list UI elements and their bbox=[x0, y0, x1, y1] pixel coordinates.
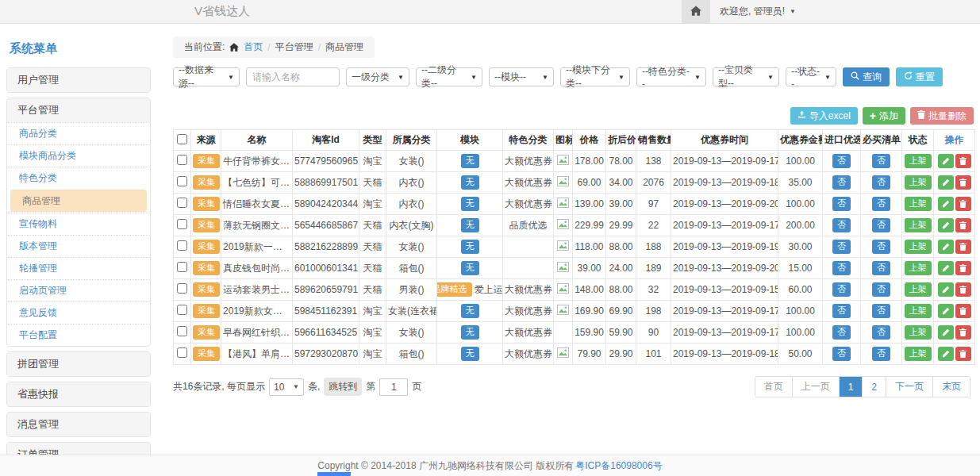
must-buy-badge[interactable]: 否 bbox=[872, 218, 890, 232]
row-checkbox[interactable] bbox=[177, 240, 187, 251]
reset-button[interactable]: 重置 bbox=[896, 67, 943, 86]
import-select-badge[interactable]: 否 bbox=[832, 154, 851, 167]
must-buy-badge[interactable]: 否 bbox=[872, 154, 890, 167]
status-select[interactable]: --状态--▼ bbox=[786, 67, 836, 86]
horizontal-scrollbar-thumb[interactable] bbox=[317, 472, 351, 476]
sidebar-item[interactable]: 意见反馈 bbox=[7, 301, 150, 324]
level2-category-select[interactable]: --二级分类--▼ bbox=[416, 67, 482, 86]
row-checkbox[interactable] bbox=[177, 283, 187, 294]
import-select-badge[interactable]: 否 bbox=[832, 325, 851, 339]
module-subcategory-select[interactable]: --模块下分类--▼ bbox=[560, 67, 630, 86]
page-button[interactable]: 下一页 bbox=[886, 377, 932, 397]
sidebar-item[interactable]: 宣传物料 bbox=[7, 213, 150, 235]
sidebar-item[interactable]: 商品分类 bbox=[7, 122, 150, 144]
must-buy-badge[interactable]: 否 bbox=[872, 261, 890, 274]
breadcrumb-home-link[interactable]: 首页 bbox=[244, 40, 263, 54]
status-badge[interactable]: 上架 bbox=[905, 282, 932, 296]
delete-button[interactable] bbox=[955, 282, 971, 297]
sidebar-group-header[interactable]: 消息管理 bbox=[7, 413, 150, 436]
row-checkbox[interactable] bbox=[177, 305, 187, 315]
status-badge[interactable]: 上架 bbox=[905, 304, 932, 317]
status-badge[interactable]: 上架 bbox=[905, 261, 932, 274]
delete-button[interactable] bbox=[955, 261, 971, 275]
delete-button[interactable] bbox=[955, 197, 971, 211]
page-button[interactable]: 2 bbox=[862, 377, 886, 397]
import-excel-button[interactable]: 导入excel bbox=[790, 107, 858, 125]
row-checkbox[interactable] bbox=[177, 176, 187, 186]
delete-button[interactable] bbox=[955, 154, 971, 168]
status-badge[interactable]: 上架 bbox=[905, 325, 932, 339]
must-buy-badge[interactable]: 否 bbox=[872, 282, 890, 296]
status-badge[interactable]: 上架 bbox=[905, 240, 932, 253]
edit-button[interactable] bbox=[938, 218, 954, 232]
must-buy-badge[interactable]: 否 bbox=[872, 197, 890, 210]
row-checkbox[interactable] bbox=[177, 219, 187, 229]
page-button[interactable]: 首页 bbox=[755, 377, 792, 397]
sidebar-group-header[interactable]: 省惠快报 bbox=[7, 382, 150, 406]
import-select-badge[interactable]: 否 bbox=[832, 347, 851, 360]
edit-button[interactable] bbox=[938, 175, 954, 190]
status-badge[interactable]: 上架 bbox=[905, 154, 932, 167]
row-checkbox[interactable] bbox=[177, 198, 187, 208]
sidebar-item[interactable]: 模块商品分类 bbox=[7, 144, 150, 167]
import-select-badge[interactable]: 否 bbox=[832, 218, 851, 232]
sidebar-item[interactable]: 版本管理 bbox=[7, 235, 150, 257]
sidebar-item[interactable]: 启动页管理 bbox=[7, 279, 150, 301]
status-badge[interactable]: 上架 bbox=[905, 175, 932, 189]
jump-page-input[interactable] bbox=[379, 378, 408, 396]
module-select[interactable]: --模块--▼ bbox=[489, 67, 554, 86]
per-page-select[interactable]: 10 ▼ bbox=[269, 378, 304, 396]
jump-button[interactable]: 跳转到 bbox=[324, 378, 362, 396]
delete-button[interactable] bbox=[955, 240, 971, 254]
edit-button[interactable] bbox=[938, 261, 954, 275]
row-checkbox[interactable] bbox=[177, 262, 187, 272]
row-checkbox[interactable] bbox=[177, 155, 187, 165]
select-all-checkbox[interactable] bbox=[177, 134, 187, 144]
edit-button[interactable] bbox=[938, 325, 954, 340]
sidebar-item[interactable]: 商品管理 bbox=[10, 190, 147, 212]
search-button[interactable]: 查询 bbox=[843, 67, 890, 86]
status-badge[interactable]: 上架 bbox=[905, 218, 932, 232]
delete-button[interactable] bbox=[955, 304, 971, 318]
must-buy-badge[interactable]: 否 bbox=[872, 325, 890, 339]
import-select-badge[interactable]: 否 bbox=[832, 240, 851, 253]
must-buy-badge[interactable]: 否 bbox=[872, 240, 890, 253]
level1-category-select[interactable]: 一级分类▼ bbox=[346, 67, 409, 86]
delete-button[interactable] bbox=[955, 325, 971, 340]
delete-button[interactable] bbox=[955, 347, 971, 361]
name-input[interactable] bbox=[246, 67, 340, 86]
page-button[interactable]: 上一页 bbox=[792, 377, 839, 397]
data-source-select[interactable]: --数据来源--▼ bbox=[173, 67, 240, 86]
edit-button[interactable] bbox=[938, 197, 954, 211]
icp-link[interactable]: 粤ICP备16098006号 bbox=[575, 459, 662, 473]
must-buy-badge[interactable]: 否 bbox=[872, 175, 890, 189]
page-button[interactable]: 末页 bbox=[932, 377, 970, 397]
edit-button[interactable] bbox=[938, 154, 954, 168]
edit-button[interactable] bbox=[938, 347, 954, 361]
home-button[interactable] bbox=[682, 0, 710, 23]
edit-button[interactable] bbox=[938, 282, 954, 297]
edit-button[interactable] bbox=[938, 240, 954, 254]
edit-button[interactable] bbox=[938, 304, 954, 318]
add-button[interactable]: + 添加 bbox=[863, 107, 905, 125]
import-select-badge[interactable]: 否 bbox=[832, 282, 851, 296]
sidebar-group-header[interactable]: 平台管理 bbox=[7, 98, 150, 122]
sidebar-group-header[interactable]: 拼团管理 bbox=[7, 352, 150, 376]
import-select-badge[interactable]: 否 bbox=[832, 197, 851, 210]
import-select-badge[interactable]: 否 bbox=[832, 304, 851, 317]
status-badge[interactable]: 上架 bbox=[905, 197, 932, 210]
must-buy-badge[interactable]: 否 bbox=[872, 347, 890, 360]
sidebar-group-header[interactable]: 用户管理 bbox=[7, 68, 150, 92]
delete-button[interactable] bbox=[955, 218, 971, 232]
import-select-badge[interactable]: 否 bbox=[832, 261, 851, 274]
status-badge[interactable]: 上架 bbox=[905, 347, 932, 360]
sidebar-item[interactable]: 特色分类 bbox=[7, 167, 150, 189]
page-button[interactable]: 1 bbox=[839, 377, 863, 397]
row-checkbox[interactable] bbox=[177, 347, 187, 358]
item-type-select[interactable]: --宝贝类型--▼ bbox=[713, 67, 779, 86]
must-buy-badge[interactable]: 否 bbox=[872, 304, 890, 317]
sidebar-item[interactable]: 轮播管理 bbox=[7, 257, 150, 279]
import-select-badge[interactable]: 否 bbox=[832, 175, 851, 189]
feature-category-select[interactable]: --特色分类--▼ bbox=[636, 67, 706, 86]
user-menu[interactable]: 欢迎您, 管理员! ▼ bbox=[710, 5, 980, 18]
